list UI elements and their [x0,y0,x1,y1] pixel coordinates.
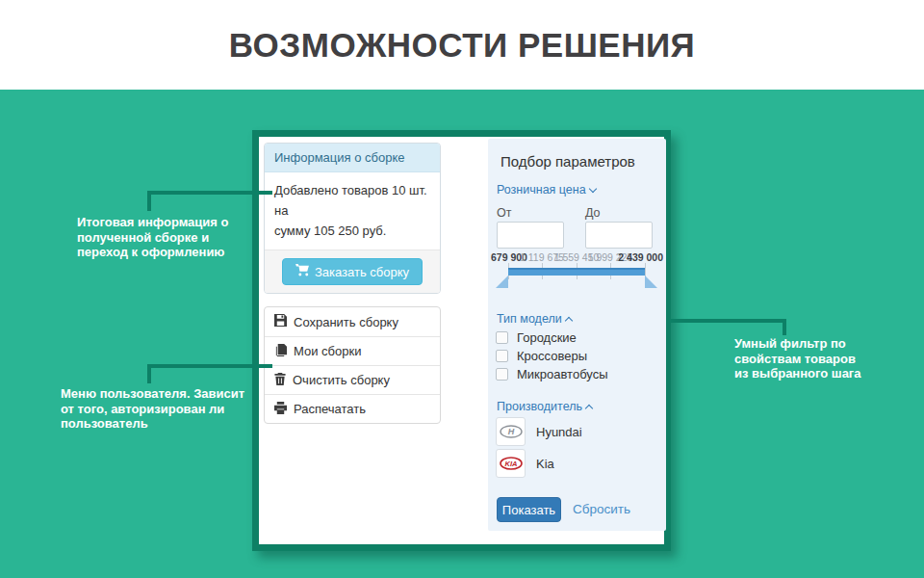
price-section-label: Розничная цена [497,183,586,197]
annotation-line: переход к оформлению [77,245,228,260]
model-type-label: Тип модели [497,312,562,326]
filter-panel: Подбор параметров Розничная цена От До 6… [488,139,666,531]
price-slider-handle-min[interactable] [496,276,508,288]
checkbox-minibus[interactable] [496,368,508,381]
print-icon [274,402,287,417]
checkbox-label: Микроавтобусы [517,367,608,381]
copy-icon [274,344,287,359]
header-band: ВОЗМОЖНОСТИ РЕШЕНИЯ [0,0,924,90]
build-info-line2: сумму 105 250 руб. [274,222,430,242]
price-to-input[interactable] [585,222,653,249]
annotation-user-menu: Меню пользователя. Зависит от того, авто… [61,386,244,432]
slide: ВОЗМОЖНОСТИ РЕШЕНИЯ Информация о сборке … [0,0,924,578]
connector-line [147,364,272,368]
order-build-button-label: Заказать сборку [315,265,409,279]
cart-icon [295,264,309,279]
build-info-footer: Заказать сборку [265,250,440,293]
trash-icon [274,373,286,388]
connector-line [671,319,786,323]
build-info-summary: Добавлено товаров 10 шт. на сумму 105 25… [265,172,440,250]
connector-line [147,191,272,195]
menu-item-label: Распечатать [294,402,366,416]
price-to-label: До [585,206,601,220]
connector-line [147,191,151,211]
save-icon [274,314,287,329]
kia-logo: KIA [496,449,526,478]
brand-row-kia[interactable]: KIA Kia [496,449,554,478]
checkbox-row-minibus[interactable]: Микроавтобусы [496,367,608,381]
build-info-panel: Информация о сборке Добавлено товаров 10… [264,143,441,294]
show-results-button[interactable]: Показать [497,497,561,522]
annotation-line: Умный фильтр по [734,336,861,352]
manufacturer-toggle[interactable]: Производитель [497,400,592,413]
annotation-build-info: Итоговая информация о полученной сборке … [77,215,228,260]
menu-item-label: Очистить сборку [293,373,390,387]
checkbox-crossover[interactable] [496,350,508,362]
brand-label: Hyundai [536,425,582,439]
scale-label: 2 439 000 [618,251,663,263]
build-info-line1: Добавлено товаров 10 шт. на [274,181,430,222]
menu-item-clear-build[interactable]: Очистить сборку [265,365,440,394]
connector-line [147,364,151,383]
brand-row-hyundai[interactable]: H Hyundai [496,417,582,446]
menu-item-print[interactable]: Распечатать [265,394,440,423]
svg-text:KIA: KIA [504,460,517,468]
hyundai-logo: H [496,417,526,446]
annotation-line: пользователь [61,416,244,432]
order-build-button[interactable]: Заказать сборку [282,258,423,285]
menu-item-save-build[interactable]: Сохранить сборку [265,307,440,336]
checkbox-row-crossover[interactable]: Кроссоверы [496,349,587,363]
chevron-up-icon [564,317,572,325]
annotation-line: Меню пользователя. Зависит [61,386,244,402]
filter-title: Подбор параметров [500,153,635,170]
chevron-up-icon [585,405,593,412]
reset-filter-link[interactable]: Сбросить [573,502,630,516]
menu-item-label: Мои сборки [294,344,361,358]
checkbox-label: Городские [517,330,577,345]
user-menu: Сохранить сборку Мои сборки Очистить сбо… [264,306,441,424]
model-type-toggle[interactable]: Тип модели [497,312,572,326]
checkbox-row-city[interactable]: Городские [496,330,577,345]
annotation-smart-filter: Умный фильтр по свойствам товаров из выб… [734,336,861,381]
ui-demo-card: Информация о сборке Добавлено товаров 10… [252,130,671,551]
annotation-line: из выбранного шага [734,366,861,381]
menu-item-label: Сохранить сборку [294,315,398,329]
menu-item-my-builds[interactable]: Мои сборки [265,336,440,365]
annotation-line: полученной сборке и [77,230,228,246]
checkbox-city[interactable] [496,331,508,344]
chevron-down-icon [588,185,596,193]
brand-label: Kia [536,457,554,471]
manufacturer-label: Производитель [497,400,582,413]
price-slider-bar[interactable] [508,268,645,276]
price-slider-handle-max[interactable] [645,276,657,288]
connector-line [783,319,786,335]
page-title: ВОЗМОЖНОСТИ РЕШЕНИЯ [0,0,924,90]
checkbox-label: Кроссоверы [517,349,587,363]
annotation-line: Итоговая информация о [77,215,228,230]
build-info-panel-title: Информация о сборке [265,144,440,172]
price-from-label: От [497,206,511,220]
svg-text:H: H [507,427,514,436]
price-from-input[interactable] [497,222,564,249]
price-section-toggle[interactable]: Розничная цена [497,183,596,197]
annotation-line: свойствам товаров [734,352,861,367]
annotation-line: от того, авторизирован ли [61,402,244,417]
